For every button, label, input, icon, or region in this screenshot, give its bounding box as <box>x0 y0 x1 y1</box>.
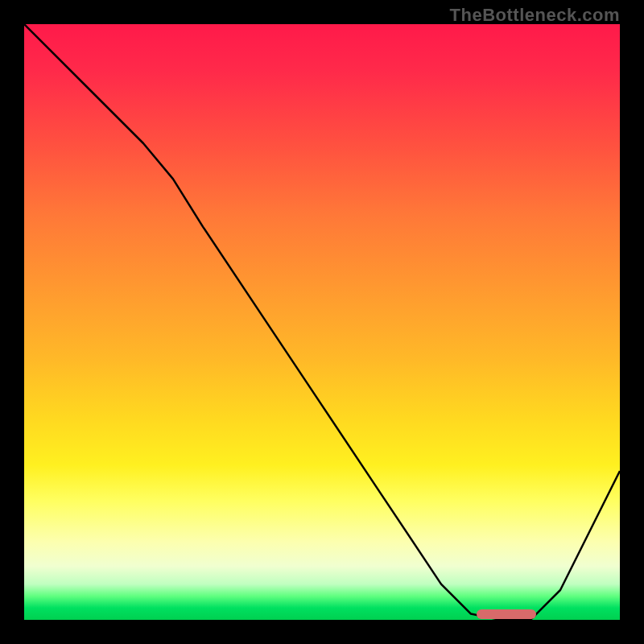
chart-container: TheBottleneck.com <box>0 0 644 644</box>
curve-line <box>24 24 620 620</box>
optimal-range-marker <box>477 609 536 619</box>
plot-area <box>24 24 620 620</box>
watermark-text: TheBottleneck.com <box>450 5 620 26</box>
